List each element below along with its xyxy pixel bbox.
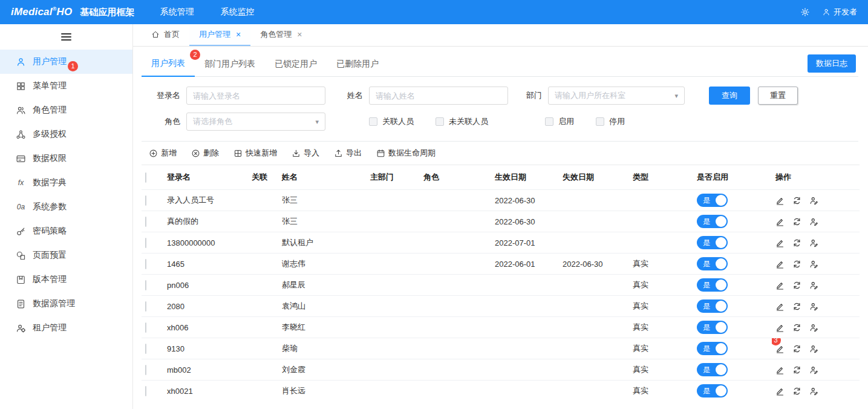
dept-select[interactable]: 请输入用户所在科室 ▾ <box>548 87 685 105</box>
user-edit-icon[interactable] <box>809 302 818 311</box>
refresh-icon[interactable] <box>792 196 801 205</box>
refresh-icon[interactable] <box>792 217 801 226</box>
sidebar-item-data-permission[interactable]: 数据权限 <box>0 146 132 171</box>
edit-icon[interactable] <box>775 217 785 226</box>
edit-icon[interactable] <box>775 344 785 353</box>
name-input[interactable] <box>369 87 508 105</box>
user-edit-icon[interactable] <box>809 281 818 290</box>
login-input[interactable] <box>186 87 325 105</box>
export-button[interactable]: 导出 <box>334 148 362 159</box>
query-button[interactable]: 查询 <box>709 87 750 105</box>
enabled-toggle[interactable]: 是 <box>697 236 728 249</box>
tab-user-management[interactable]: 用户管理 × <box>189 24 250 46</box>
sidebar-item-tenant-management[interactable]: 租户管理 <box>0 316 132 340</box>
user-edit-icon[interactable] <box>809 387 818 396</box>
sidebar-item-page-preset[interactable]: 页面预置 <box>0 243 132 267</box>
enabled-toggle[interactable]: 是 <box>697 363 728 376</box>
current-user[interactable]: 开发者 <box>822 7 857 18</box>
tab-home[interactable]: 首页 <box>142 24 189 46</box>
sidebar-item-datasource-management[interactable]: 数据源管理 <box>0 292 132 316</box>
sidebar-item-user-management[interactable]: 用户管理 1 <box>0 50 132 74</box>
refresh-icon[interactable] <box>792 323 801 332</box>
refresh-icon[interactable] <box>792 387 801 396</box>
data-log-button[interactable]: 数据日志 <box>808 54 856 73</box>
tab-dept-user-list[interactable]: 部门用户列表 <box>195 51 265 76</box>
row-checkbox[interactable] <box>145 238 146 248</box>
edit-icon[interactable] <box>775 365 785 375</box>
reset-button[interactable]: 重置 <box>758 87 798 105</box>
sidebar-item-password-policy[interactable]: 密码策略 <box>0 219 132 243</box>
table-row: 真的假的 张三 2022-06-30 是 <box>142 211 860 232</box>
row-checkbox[interactable] <box>145 301 146 312</box>
refresh-icon[interactable] <box>792 260 801 269</box>
enabled-toggle[interactable]: 是 <box>697 215 728 228</box>
refresh-icon[interactable] <box>792 302 801 311</box>
enabled-toggle[interactable]: 是 <box>697 321 728 334</box>
row-checkbox[interactable] <box>145 344 146 354</box>
add-button[interactable]: 新增 <box>149 148 177 159</box>
close-icon[interactable]: × <box>236 30 241 39</box>
nav-system-management[interactable]: 系统管理 <box>160 7 194 18</box>
enabled-toggle[interactable]: 是 <box>697 299 728 313</box>
sidebar-item-role-management[interactable]: 角色管理 <box>0 98 132 122</box>
sidebar-item-menu-management[interactable]: 菜单管理 <box>0 74 132 98</box>
enabled-toggle[interactable]: 是 <box>697 278 728 292</box>
edit-icon[interactable] <box>775 196 785 205</box>
enabled-toggle[interactable]: 是 <box>697 194 728 207</box>
user-edit-icon[interactable] <box>809 238 818 247</box>
sidebar-item-data-dictionary[interactable]: fx 数据字典 <box>0 171 132 195</box>
page-preset-icon <box>16 250 26 261</box>
edit-icon[interactable] <box>775 260 785 269</box>
user-edit-icon[interactable] <box>809 217 818 226</box>
nav-system-monitor[interactable]: 系统监控 <box>220 7 254 18</box>
linked-staff-checkbox[interactable] <box>369 117 377 126</box>
close-icon[interactable]: × <box>297 30 302 39</box>
refresh-icon[interactable] <box>792 238 801 247</box>
row-checkbox[interactable] <box>145 259 146 269</box>
tab-label: 首页 <box>164 29 180 40</box>
data-lifecycle-button[interactable]: 数据生命周期 <box>376 148 436 159</box>
row-checkbox[interactable] <box>145 365 146 375</box>
role-label: 角色 <box>149 116 180 127</box>
disabled-checkbox[interactable] <box>596 117 604 126</box>
edit-icon[interactable] <box>775 281 785 290</box>
unlinked-staff-checkbox[interactable] <box>436 117 444 126</box>
settings-gear-icon[interactable] <box>800 7 810 17</box>
refresh-icon[interactable] <box>792 365 801 375</box>
edit-icon[interactable] <box>775 387 785 396</box>
user-edit-icon[interactable] <box>809 344 818 353</box>
edit-icon[interactable] <box>775 302 785 311</box>
row-checkbox[interactable] <box>145 217 146 227</box>
tab-user-list[interactable]: 用户列表 2 <box>142 50 195 77</box>
import-button[interactable]: 导入 <box>292 148 319 159</box>
tab-locked-users[interactable]: 已锁定用户 <box>265 51 327 76</box>
enabled-checkbox[interactable] <box>545 117 553 126</box>
row-checkbox[interactable] <box>145 280 146 290</box>
quick-add-button[interactable]: 快速新增 <box>233 148 277 159</box>
sidebar-item-multilevel-auth[interactable]: 多级授权 <box>0 122 132 146</box>
tab-role-management[interactable]: 角色管理 × <box>250 24 312 46</box>
user-edit-icon[interactable] <box>809 196 818 205</box>
sidebar-item-version-management[interactable]: 版本管理 <box>0 267 132 292</box>
row-checkbox[interactable] <box>145 195 146 206</box>
select-all-checkbox[interactable] <box>145 172 146 183</box>
enabled-toggle[interactable]: 是 <box>697 342 728 355</box>
sidebar-item-system-params[interactable]: 0a 系统参数 <box>0 195 132 219</box>
app-title: 基础应用框架 <box>80 7 134 18</box>
row-checkbox[interactable] <box>145 386 146 396</box>
refresh-icon[interactable] <box>792 344 801 353</box>
delete-button[interactable]: 删除 <box>191 148 219 159</box>
user-edit-icon[interactable] <box>809 365 818 375</box>
edit-icon[interactable] <box>775 238 785 247</box>
row-checkbox[interactable] <box>145 322 146 333</box>
cell-main-dept <box>367 211 420 232</box>
role-select[interactable]: 请选择角色 ▾ <box>186 113 325 131</box>
enabled-toggle[interactable]: 是 <box>697 384 728 398</box>
user-edit-icon[interactable] <box>809 260 818 269</box>
sidebar-collapse-button[interactable] <box>0 24 132 50</box>
user-edit-icon[interactable] <box>809 323 818 332</box>
refresh-icon[interactable] <box>792 281 801 290</box>
edit-icon[interactable] <box>775 323 785 332</box>
tab-deleted-users[interactable]: 已删除用户 <box>327 51 388 76</box>
enabled-toggle[interactable]: 是 <box>697 257 728 270</box>
